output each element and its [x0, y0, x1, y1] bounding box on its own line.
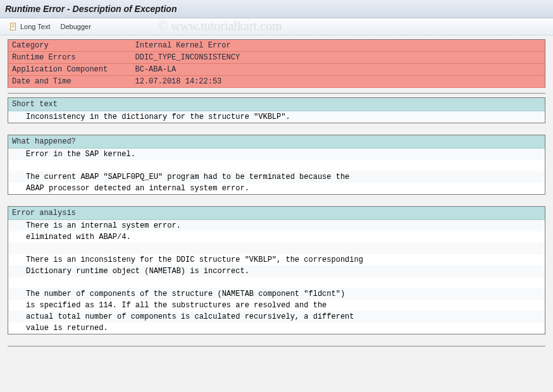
debugger-button[interactable]: Debugger [57, 21, 95, 32]
summary-label: Runtime Errors [8, 52, 132, 64]
summary-label: Application Component [8, 64, 132, 76]
section-line: The number of components of the structur… [8, 288, 545, 300]
section-line [8, 160, 545, 171]
summary-value: Internal Kernel Error [132, 40, 545, 52]
title-bar: Runtime Error - Description of Exception [0, 0, 553, 18]
toolbar: Long Text Debugger [0, 18, 553, 35]
page-title: Runtime Error - Description of Exception [5, 4, 177, 14]
section-line: ABAP processor detected an internal syst… [8, 183, 545, 194]
section-line: eliminated with ABAP/4. [8, 231, 545, 243]
section-line: The current ABAP "SAPLF0PQ_EU" program h… [8, 171, 545, 183]
content-area: CategoryInternal Kernel ErrorRuntime Err… [0, 35, 553, 358]
separator [8, 93, 545, 94]
section-line: is specified as 114. If all the substruc… [8, 300, 545, 311]
long-text-label: Long Text [20, 23, 51, 30]
section-line: Inconsistency in the dictionary for the … [8, 111, 545, 123]
long-text-button[interactable]: Long Text [5, 21, 54, 32]
summary-table: CategoryInternal Kernel ErrorRuntime Err… [8, 39, 545, 88]
summary-value: 12.07.2018 14:22:53 [132, 76, 545, 88]
section-body: There is an internal system error.elimin… [8, 220, 545, 334]
section-line: value is returned. [8, 322, 545, 334]
document-icon [9, 22, 18, 31]
svg-rect-0 [11, 23, 16, 30]
summary-value: BC-ABA-LA [132, 64, 545, 76]
section-body: Error in the SAP kernel. The current ABA… [8, 149, 545, 194]
section-header: Short text [8, 98, 545, 111]
summary-row: Runtime ErrorsDDIC_TYPE_INCONSISTENCY [8, 52, 545, 64]
section-box: Short textInconsistency in the dictionar… [8, 97, 545, 123]
summary-row: Application ComponentBC-ABA-LA [8, 64, 545, 76]
section-body: Inconsistency in the dictionary for the … [8, 111, 545, 123]
section-line [8, 243, 545, 254]
section-line: Error in the SAP kernel. [8, 149, 545, 160]
section-line: There is an internal system error. [8, 220, 545, 231]
section-box: What happened?Error in the SAP kernel. T… [8, 135, 545, 195]
section-line: actual total number of components is cal… [8, 311, 545, 322]
debugger-label: Debugger [61, 23, 91, 30]
separator-bottom [8, 346, 545, 346]
section-box: Error analysisThere is an internal syste… [8, 206, 545, 334]
section-header: Error analysis [8, 207, 545, 220]
section-line: Dictionary runtime object (NAMETAB) is i… [8, 266, 545, 277]
summary-row: Date and Time12.07.2018 14:22:53 [8, 76, 545, 88]
section-header: What happened? [8, 135, 545, 149]
summary-label: Category [8, 40, 132, 52]
summary-value: DDIC_TYPE_INCONSISTENCY [132, 52, 545, 64]
summary-row: CategoryInternal Kernel Error [8, 40, 545, 52]
section-line [8, 277, 545, 288]
summary-label: Date and Time [8, 76, 132, 88]
section-line: There is an inconsisteny for the DDIC st… [8, 254, 545, 266]
